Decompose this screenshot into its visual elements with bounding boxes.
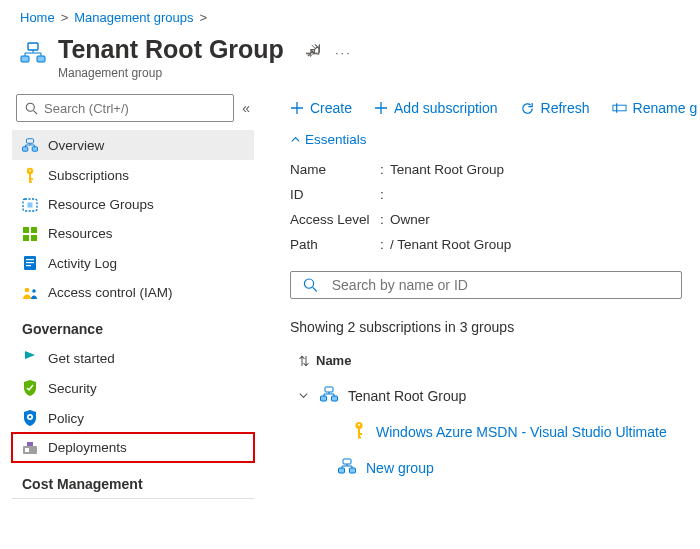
sidebar-item-label: Subscriptions (48, 168, 129, 183)
essentials-toggle[interactable]: Essentials (290, 128, 700, 157)
sidebar-item-label: Resources (48, 226, 113, 241)
svg-rect-34 (325, 387, 333, 392)
key-icon (22, 167, 38, 183)
sidebar-item-subscriptions[interactable]: Subscriptions (12, 160, 254, 190)
create-button[interactable]: Create (290, 100, 352, 116)
breadcrumb-home[interactable]: Home (20, 10, 55, 25)
svg-point-38 (358, 424, 360, 426)
tree-link[interactable]: Windows Azure MSDN - Visual Studio Ultim… (376, 424, 667, 440)
svg-rect-1 (21, 56, 29, 62)
rename-icon (612, 101, 627, 115)
svg-point-9 (29, 170, 31, 172)
add-subscription-button[interactable]: Add subscription (374, 100, 498, 116)
sidebar-item-resource-groups[interactable]: Resource Groups (12, 190, 254, 219)
essentials-value: Tenant Root Group (390, 162, 504, 177)
essentials-value: Owner (390, 212, 430, 227)
pin-icon[interactable] (306, 43, 321, 61)
tree-row-group[interactable]: New group (290, 450, 700, 485)
collapse-sidebar-icon[interactable]: « (242, 100, 250, 116)
svg-point-26 (29, 416, 32, 419)
sidebar-item-deployments[interactable]: Deployments (12, 433, 254, 462)
refresh-button[interactable]: Refresh (520, 100, 590, 116)
svg-rect-0 (28, 43, 38, 50)
breadcrumb: Home > Management groups > (0, 0, 700, 25)
refresh-icon (520, 101, 535, 116)
svg-rect-21 (26, 262, 34, 263)
tree-link[interactable]: New group (366, 460, 434, 476)
rename-button[interactable]: Rename g (612, 100, 698, 116)
breadcrumb-sep: > (61, 10, 69, 25)
search-icon (25, 102, 38, 115)
sidebar-item-overview[interactable]: Overview (12, 130, 254, 160)
sidebar-item-get-started[interactable]: Get started (12, 343, 254, 373)
essentials-value: / Tenant Root Group (390, 237, 511, 252)
sidebar-item-resources[interactable]: Resources (12, 219, 254, 248)
main-search-input[interactable] (332, 277, 669, 293)
svg-rect-14 (28, 202, 33, 207)
page-subtitle: Management group (58, 66, 284, 80)
main-search[interactable] (290, 271, 682, 299)
svg-point-32 (304, 279, 313, 288)
svg-rect-30 (613, 105, 626, 111)
management-group-icon (338, 458, 356, 477)
sidebar-item-security[interactable]: Security (12, 373, 254, 403)
essentials-label: Essentials (305, 132, 367, 147)
management-group-icon (22, 137, 38, 153)
svg-rect-28 (25, 448, 29, 452)
plus-icon (290, 101, 304, 115)
showing-text: Showing 2 subscriptions in 3 groups (290, 313, 700, 349)
svg-rect-15 (23, 227, 29, 233)
essentials-key: Name (290, 162, 380, 177)
sidebar-item-label: Policy (48, 411, 84, 426)
essentials-row-access: Access Level: Owner (290, 207, 700, 232)
svg-rect-40 (358, 433, 362, 435)
management-group-icon (320, 386, 338, 405)
sidebar: « Overview Subscriptions Resource Groups… (0, 94, 260, 503)
svg-rect-43 (339, 468, 345, 473)
essentials-row-name: Name: Tenant Root Group (290, 157, 700, 182)
get-started-icon (22, 350, 38, 366)
svg-point-24 (32, 289, 36, 293)
chevron-down-icon[interactable] (298, 388, 310, 404)
sidebar-section-cost: Cost Management (12, 462, 254, 499)
tree-label: Tenant Root Group (348, 388, 466, 404)
column-header-name[interactable]: Name (290, 349, 700, 378)
breadcrumb-management-groups[interactable]: Management groups (74, 10, 193, 25)
main: Create Add subscription Refresh Rename g… (260, 94, 700, 503)
tree-row-root[interactable]: Tenant Root Group (290, 378, 700, 413)
sidebar-item-policy[interactable]: Policy (12, 403, 254, 433)
svg-point-3 (26, 103, 34, 111)
more-icon[interactable]: ··· (335, 45, 352, 60)
sidebar-search-input[interactable] (44, 101, 225, 116)
essentials-key: Access Level (290, 212, 380, 227)
sort-icon (298, 354, 310, 368)
essentials-row-path: Path: / Tenant Root Group (290, 232, 700, 257)
policy-icon (22, 410, 38, 426)
search-icon (303, 277, 318, 293)
sidebar-item-activity-log[interactable]: Activity Log (12, 248, 254, 278)
svg-rect-5 (26, 139, 33, 143)
sidebar-item-access-control[interactable]: Access control (IAM) (12, 278, 254, 307)
sidebar-section-governance: Governance (12, 307, 254, 343)
activity-log-icon (22, 255, 38, 271)
tree-row-subscription[interactable]: Windows Azure MSDN - Visual Studio Ultim… (290, 413, 700, 450)
svg-rect-20 (26, 259, 34, 260)
toolbar-label: Create (310, 100, 352, 116)
page-title: Tenant Root Group (58, 35, 284, 64)
security-icon (22, 380, 38, 396)
sidebar-item-label: Access control (IAM) (48, 285, 173, 300)
svg-point-23 (25, 287, 30, 292)
svg-rect-41 (358, 437, 361, 439)
sidebar-item-label: Deployments (48, 440, 127, 455)
resource-group-icon (22, 198, 38, 212)
breadcrumb-sep: > (200, 10, 208, 25)
chevron-up-icon (290, 134, 301, 145)
svg-rect-18 (31, 235, 37, 241)
svg-rect-6 (22, 147, 27, 151)
management-group-icon (20, 41, 46, 68)
essentials-key: Path (290, 237, 380, 252)
toolbar-label: Refresh (541, 100, 590, 116)
key-icon (352, 421, 366, 442)
sidebar-search[interactable] (16, 94, 234, 122)
svg-rect-11 (29, 178, 33, 180)
